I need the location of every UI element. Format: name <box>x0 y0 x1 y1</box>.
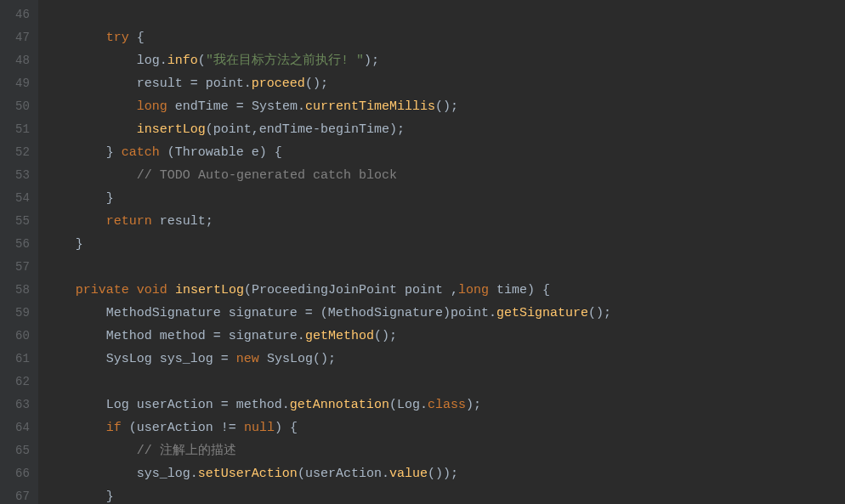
code-line[interactable]: log.info("我在目标方法之前执行! "); <box>45 49 845 72</box>
code-token: } <box>45 191 114 206</box>
code-token: TODO <box>160 168 190 183</box>
code-token: "我在目标方法之前执行! " <box>206 54 364 68</box>
code-line[interactable]: return result; <box>45 210 845 233</box>
code-token: } <box>45 237 83 252</box>
code-token: info <box>167 54 198 68</box>
code-token: sys_log. <box>45 467 198 481</box>
code-token <box>45 444 137 458</box>
line-number-gutter: 4647484950515253545556575859606162636465… <box>0 0 38 504</box>
code-token <box>45 283 76 297</box>
code-token: null <box>244 421 275 435</box>
code-token: class <box>428 398 466 412</box>
code-editor[interactable]: 4647484950515253545556575859606162636465… <box>0 0 845 504</box>
code-token: time) { <box>489 283 550 297</box>
code-token: (Throwable e) { <box>160 145 282 160</box>
code-token: (userAction. <box>298 467 389 481</box>
code-token: setUserAction <box>198 467 298 481</box>
code-token <box>45 122 137 137</box>
code-line[interactable]: if (userAction != null) { <box>45 416 845 439</box>
code-token: Log userAction = method. <box>45 398 290 412</box>
code-token <box>45 31 106 45</box>
code-token: (); <box>374 329 397 343</box>
code-token: try <box>106 31 129 45</box>
code-token: private void <box>76 283 167 297</box>
code-token: (); <box>435 99 458 114</box>
line-number: 64 <box>15 416 30 439</box>
code-line[interactable]: // TODO Auto-generated catch block <box>45 164 845 187</box>
code-token: new <box>236 352 259 366</box>
line-number: 61 <box>15 348 30 371</box>
code-token: getSignature <box>496 306 588 320</box>
code-token: (userAction != <box>122 421 244 435</box>
code-line[interactable]: Method method = signature.getMethod(); <box>45 325 845 348</box>
line-number: 67 <box>15 485 30 504</box>
line-number: 66 <box>15 462 30 485</box>
code-token: result; <box>152 214 213 229</box>
line-number: 51 <box>15 118 30 141</box>
code-line[interactable]: result = point.proceed(); <box>45 72 845 95</box>
code-token: (ProceedingJoinPoint point , <box>244 283 458 297</box>
code-content[interactable]: try { log.info("我在目标方法之前执行! "); result =… <box>38 0 845 504</box>
code-line[interactable]: sys_log.setUserAction(userAction.value()… <box>45 462 845 485</box>
line-number: 57 <box>15 256 30 279</box>
line-number: 58 <box>15 279 30 302</box>
code-token: result = point. <box>45 76 252 91</box>
code-token: (); <box>305 76 328 91</box>
code-token: (); <box>588 306 611 320</box>
code-token <box>45 168 137 183</box>
code-line[interactable]: } <box>45 187 845 210</box>
code-token: Auto-generated catch block <box>190 168 397 183</box>
code-token: getMethod <box>305 329 374 343</box>
code-token: ); <box>466 398 481 412</box>
code-token: long <box>458 283 489 297</box>
code-token <box>45 421 106 435</box>
line-number: 53 <box>15 164 30 187</box>
code-token: log. <box>45 54 167 68</box>
line-number: 59 <box>15 302 30 325</box>
line-number: 55 <box>15 210 30 233</box>
line-number: 49 <box>15 72 30 95</box>
code-token: insertLog <box>175 283 244 297</box>
code-token: SysLog sys_log = <box>45 352 236 366</box>
code-line[interactable] <box>45 3 845 26</box>
line-number: 48 <box>15 49 30 72</box>
line-number: 60 <box>15 325 30 348</box>
code-token: endTime = System. <box>167 99 305 114</box>
line-number: 50 <box>15 95 30 118</box>
code-token: catch <box>122 145 160 160</box>
code-token: (point,endTime-beginTime); <box>206 122 405 137</box>
code-token: } <box>45 490 114 504</box>
code-line[interactable]: SysLog sys_log = new SysLog(); <box>45 348 845 371</box>
code-line[interactable]: MethodSignature signature = (MethodSigna… <box>45 302 845 325</box>
code-token: ( <box>198 54 206 68</box>
code-token: ) { <box>275 421 298 435</box>
code-line[interactable]: // 注解上的描述 <box>45 439 845 462</box>
code-token: Method method = signature. <box>45 329 305 343</box>
code-token: getAnnotation <box>290 398 389 412</box>
code-token: } <box>45 145 122 160</box>
code-token <box>167 283 175 297</box>
code-line[interactable]: Log userAction = method.getAnnotation(Lo… <box>45 394 845 416</box>
code-token: // 注解上的描述 <box>137 444 236 458</box>
code-line[interactable]: long endTime = System.currentTimeMillis(… <box>45 95 845 118</box>
code-token: { <box>129 31 145 45</box>
line-number: 47 <box>15 26 30 49</box>
code-token: MethodSignature signature = (MethodSigna… <box>45 306 496 320</box>
code-line[interactable]: try { <box>45 26 845 49</box>
code-token: long <box>137 99 167 114</box>
code-line[interactable]: insertLog(point,endTime-beginTime); <box>45 118 845 141</box>
code-token: ()); <box>428 467 458 481</box>
code-line[interactable] <box>45 371 845 394</box>
line-number: 46 <box>15 3 30 26</box>
code-line[interactable]: } <box>45 485 845 504</box>
code-token: if <box>106 421 122 435</box>
line-number: 56 <box>15 233 30 256</box>
code-token: value <box>389 467 428 481</box>
code-line[interactable]: } catch (Throwable e) { <box>45 141 845 164</box>
code-line[interactable]: } <box>45 233 845 256</box>
code-line[interactable]: private void insertLog(ProceedingJoinPoi… <box>45 279 845 302</box>
line-number: 54 <box>15 187 30 210</box>
code-token: (Log. <box>389 398 428 412</box>
line-number: 62 <box>15 371 30 394</box>
code-line[interactable] <box>45 256 845 279</box>
